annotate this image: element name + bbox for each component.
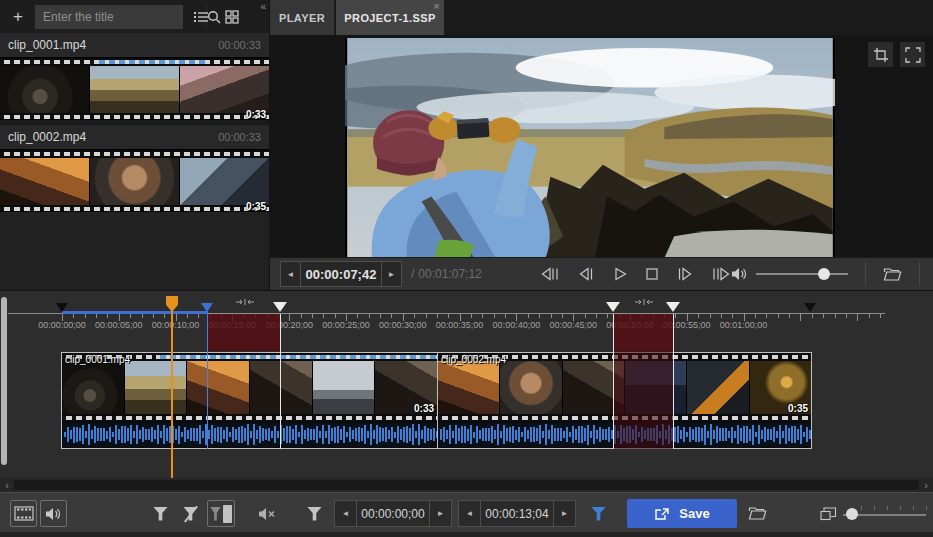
library-clip-row[interactable]: clip_0001.mp4 00:00:33 — [0, 33, 269, 57]
video-viewport — [270, 35, 933, 257]
list-view-icon — [193, 11, 209, 23]
open-folder-button[interactable] — [883, 267, 902, 282]
previous-clip-button[interactable] — [540, 267, 560, 281]
ruler-tick — [823, 314, 824, 318]
ruler-tick — [62, 314, 63, 321]
blue-funnel-icon — [591, 507, 606, 521]
next-frame-button[interactable] — [676, 267, 694, 281]
ruler-label: 00:01:00;00 — [720, 320, 768, 330]
library-filmstrip[interactable]: 0:35 — [0, 149, 269, 212]
range-end-back-button[interactable]: ◄ — [459, 501, 480, 526]
active-marker-button[interactable] — [585, 500, 612, 527]
fullscreen-button[interactable] — [900, 42, 925, 67]
ruler-label: 00:00:35;00 — [436, 320, 484, 330]
previous-clip-icon — [540, 267, 560, 281]
start-marker[interactable] — [56, 303, 68, 312]
output-folder-button[interactable] — [742, 500, 772, 527]
tab-player[interactable]: PLAYER — [270, 0, 334, 35]
mute-button[interactable] — [253, 500, 280, 527]
range-end-stepper: ◄ 00:00:13;04 ► — [458, 500, 576, 527]
close-tab-icon[interactable]: × — [433, 0, 440, 12]
playhead-line[interactable] — [171, 297, 173, 478]
list-view-button[interactable] — [188, 5, 214, 29]
range-end-marker[interactable] — [201, 303, 213, 312]
ruler-tick — [198, 314, 199, 318]
range-end-forward-button[interactable]: ► — [554, 501, 575, 526]
time-step-forward-button[interactable]: ► — [382, 262, 401, 286]
library-clip-row[interactable]: clip_0002.mp4 00:00:33 — [0, 125, 269, 149]
ruler-tick — [755, 314, 756, 318]
range-start-forward-button[interactable]: ► — [430, 501, 451, 526]
stop-button[interactable] — [645, 267, 659, 281]
remove-marker-button[interactable] — [177, 500, 204, 527]
volume-slider[interactable] — [756, 267, 848, 281]
video-track-toggle-button[interactable] — [10, 500, 37, 527]
range-start-timecode[interactable]: 00:00:00;00 — [356, 501, 430, 526]
folder-icon — [883, 267, 902, 282]
folder-icon — [748, 506, 767, 521]
range-end-line — [207, 314, 208, 449]
volume-thumb[interactable] — [818, 268, 830, 280]
ruler-tick — [710, 314, 711, 318]
ruler-tick — [869, 314, 870, 318]
ruler-tick — [732, 314, 733, 318]
cut-region-overlay — [613, 351, 673, 449]
add-marker-button[interactable] — [147, 500, 174, 527]
trim-marker[interactable] — [606, 302, 620, 312]
marker-funnel-icon — [307, 507, 322, 521]
ruler-tick — [130, 314, 131, 318]
marker-filter-button[interactable] — [301, 500, 328, 527]
cut-region-overlay — [613, 314, 673, 351]
audio-track-toggle-button[interactable] — [40, 500, 67, 527]
playhead-marker[interactable] — [166, 296, 178, 312]
collapse-panel-button[interactable]: « — [260, 1, 266, 12]
end-marker[interactable] — [804, 303, 816, 312]
trim-marker[interactable] — [666, 302, 680, 312]
current-timecode[interactable]: 00:00:07;42 — [300, 262, 382, 286]
zoom-slider-thumb[interactable] — [846, 508, 858, 520]
time-step-back-button[interactable]: ◄ — [281, 262, 300, 286]
range-start-back-button[interactable]: ◄ — [335, 501, 356, 526]
next-clip-button[interactable] — [711, 267, 731, 281]
scroll-left-arrow[interactable]: ‹ — [1, 478, 13, 492]
marker-funnel-icon — [153, 507, 168, 521]
timeline-panel: 00:00:00;0000:00:05;0000:00:10;0000:00:1… — [0, 290, 933, 478]
timeline-clip-label: clip_0001.mp4 — [65, 354, 130, 365]
timeline-clip[interactable]: clip_0001.mp4 0:33 — [61, 352, 438, 449]
timeline-horizontal-scrollbar[interactable]: ‹ › — [0, 478, 933, 492]
ruler-tick — [312, 314, 313, 318]
range-end-timecode[interactable]: 00:00:13;04 — [480, 501, 554, 526]
tab-project[interactable]: PROJECT-1.SSP × — [336, 0, 444, 35]
marker-panel-button[interactable] — [207, 500, 235, 527]
timeline-vertical-scrollbar[interactable] — [1, 297, 7, 465]
timeline-zoom-control — [818, 501, 928, 525]
title-search-input[interactable] — [35, 5, 206, 29]
speaker-icon — [45, 507, 62, 521]
scroll-right-arrow[interactable]: › — [920, 478, 932, 492]
clip-name: clip_0001.mp4 — [8, 38, 86, 52]
ruler-tick — [562, 314, 563, 318]
clip-thumbnail — [187, 361, 249, 414]
timeline-clip-duration: 0:33 — [414, 403, 434, 414]
grid-view-button[interactable] — [219, 5, 245, 29]
film-sprockets — [0, 113, 269, 121]
scroll-track[interactable] — [14, 480, 919, 490]
clip-thumbnail — [0, 66, 89, 113]
previous-frame-button[interactable] — [577, 267, 595, 281]
ruler-tick — [346, 314, 347, 321]
ruler-tick — [403, 314, 404, 321]
crop-button[interactable] — [868, 42, 893, 67]
volume-track[interactable] — [756, 273, 848, 275]
add-media-button[interactable]: + — [6, 5, 30, 29]
transport-bar: ◄ 00:00:07;42 ► / 00:01:07;12 — [270, 257, 933, 290]
ruler-tick — [460, 314, 461, 321]
trim-marker[interactable] — [273, 302, 287, 312]
play-button[interactable] — [612, 267, 628, 281]
ruler-tick — [698, 314, 699, 318]
save-button[interactable]: Save — [627, 499, 737, 528]
cascade-windows-icon — [820, 507, 837, 521]
film-sprockets — [62, 414, 437, 422]
ruler-tick — [437, 314, 438, 318]
clip-thumbnail — [180, 66, 269, 113]
library-filmstrip[interactable]: 0:33 — [0, 57, 269, 120]
